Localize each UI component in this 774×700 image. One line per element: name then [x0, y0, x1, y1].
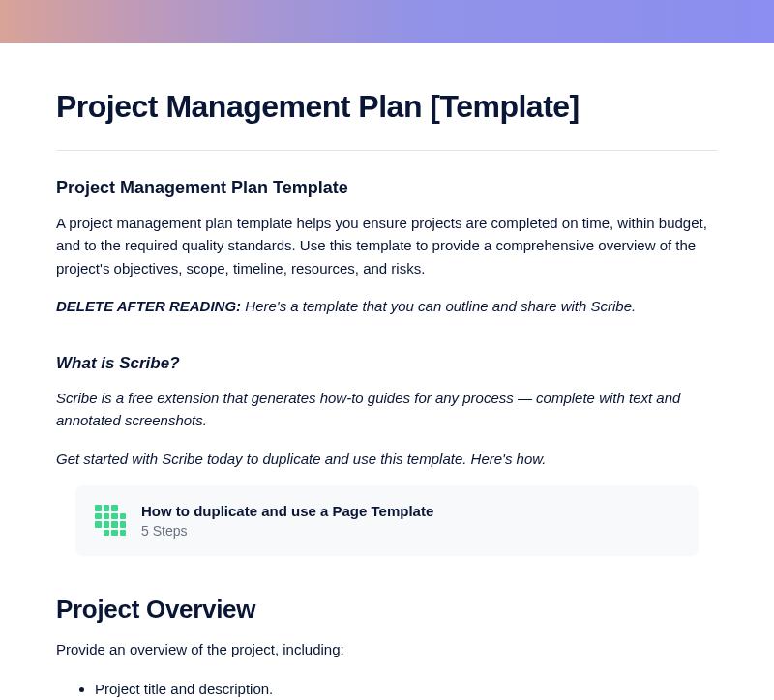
delete-notice: DELETE AFTER READING: Here's a template …: [56, 295, 718, 317]
delete-text: Here's a template that you can outline a…: [241, 298, 636, 314]
overview-intro: Provide an overview of the project, incl…: [56, 638, 718, 660]
template-card[interactable]: How to duplicate and use a Page Template…: [75, 485, 699, 556]
delete-label: DELETE AFTER READING:: [56, 298, 241, 314]
scribe-description: Scribe is a free extension that generate…: [56, 387, 718, 432]
page-title: Project Management Plan [Template]: [56, 89, 718, 125]
title-divider: [56, 150, 718, 151]
overview-list: Project title and description.: [95, 676, 718, 700]
card-subtitle: 5 Steps: [141, 523, 433, 539]
document-content: Project Management Plan [Template] Proje…: [0, 43, 774, 700]
card-content: How to duplicate and use a Page Template…: [141, 503, 433, 539]
scribe-get-started: Get started with Scribe today to duplica…: [56, 448, 718, 470]
scribe-heading: What is Scribe?: [56, 354, 718, 373]
list-item: Project title and description.: [95, 676, 718, 700]
overview-heading: Project Overview: [56, 595, 718, 625]
card-title: How to duplicate and use a Page Template: [141, 503, 433, 519]
header-gradient-banner: [0, 0, 774, 43]
intro-description: A project management plan template helps…: [56, 212, 718, 279]
grid-icon: [95, 505, 126, 536]
intro-heading: Project Management Plan Template: [56, 178, 718, 198]
